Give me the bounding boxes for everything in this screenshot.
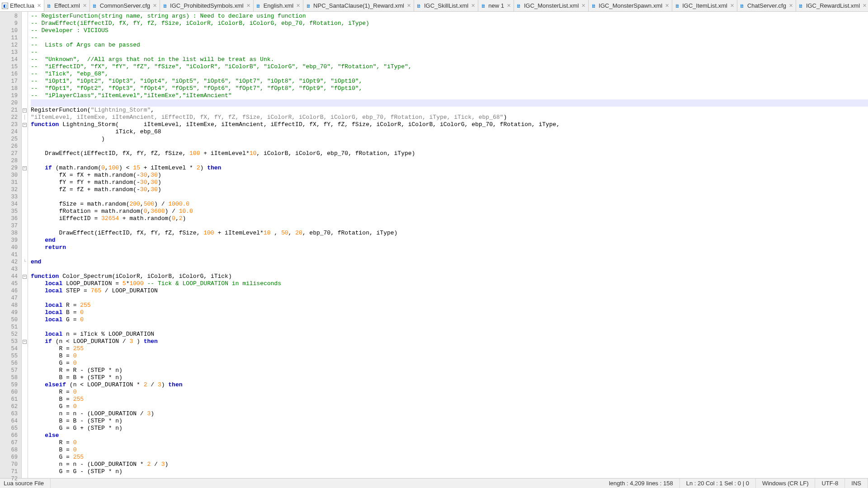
fold-marker[interactable] — [22, 287, 28, 295]
code-line[interactable] — [31, 295, 868, 302]
fold-marker[interactable] — [22, 63, 28, 70]
code-line[interactable]: n = n - (LOOP_DURATION / 3) — [31, 410, 868, 418]
tab[interactable]: 🗎NPC_SantaClause(1)_Reward.xml✕ — [303, 0, 414, 11]
code-line[interactable]: end — [31, 258, 868, 266]
code-line[interactable]: "iItemLevel, iItemExe, iItemAncient, iEf… — [31, 114, 868, 121]
fold-marker[interactable] — [22, 324, 28, 331]
code-line[interactable]: B = 255 — [31, 396, 868, 403]
fold-marker[interactable] — [22, 302, 28, 309]
tab[interactable]: 🗎English.xml✕ — [254, 0, 303, 11]
fold-marker[interactable] — [22, 179, 28, 186]
code-line[interactable]: G = G + (STEP * n) — [31, 425, 868, 432]
code-line[interactable] — [31, 475, 868, 478]
close-icon[interactable]: ✕ — [153, 3, 157, 9]
fold-marker[interactable] — [22, 136, 28, 143]
tab[interactable]: 🗎IGC_SkillList.xml✕ — [414, 0, 478, 11]
code-line[interactable]: R = R - (STEP * n) — [31, 367, 868, 374]
code-line[interactable]: B = B + (STEP * n) — [31, 374, 868, 381]
fold-marker[interactable] — [22, 389, 28, 396]
close-icon[interactable]: ✕ — [296, 3, 300, 9]
fold-marker[interactable] — [22, 266, 28, 273]
fold-marker[interactable] — [22, 454, 28, 461]
code-editor[interactable]: 8910111213141516171819202122232425262728… — [0, 12, 868, 478]
code-line[interactable]: function Lightning_Storm( iItemLevel, iI… — [31, 121, 868, 128]
fold-marker[interactable] — [22, 85, 28, 92]
code-line[interactable]: R = 255 — [31, 345, 868, 352]
fold-marker[interactable] — [22, 34, 28, 42]
code-line[interactable]: local n = iTick % LOOP_DURATION — [31, 331, 868, 338]
code-line[interactable]: DrawEffect(iEffectID, fX, fY, fZ, fSize,… — [31, 230, 868, 237]
code-line[interactable] — [31, 324, 868, 331]
fold-marker[interactable]: └ — [22, 258, 28, 266]
tab[interactable]: 🗎new 1✕ — [478, 0, 514, 11]
fold-marker[interactable] — [22, 157, 28, 164]
fold-marker[interactable]: │ — [22, 114, 28, 121]
fold-marker[interactable] — [22, 280, 28, 287]
code-line[interactable]: fX = fX + math.random(-30,30) — [31, 172, 868, 179]
fold-marker[interactable] — [22, 13, 28, 20]
fold-marker[interactable] — [22, 360, 28, 367]
fold-marker[interactable] — [22, 475, 28, 483]
fold-marker[interactable] — [22, 143, 28, 150]
close-icon[interactable]: ✕ — [863, 3, 867, 9]
fold-marker[interactable] — [22, 78, 28, 85]
code-line[interactable]: -- "iEffectID", "fX", "fY", "fZ", "fSize… — [31, 63, 868, 70]
fold-marker[interactable] — [22, 230, 28, 237]
fold-marker[interactable] — [22, 367, 28, 374]
fold-marker[interactable] — [22, 331, 28, 338]
close-icon[interactable]: ✕ — [83, 3, 87, 9]
code-line[interactable] — [31, 266, 868, 273]
fold-marker[interactable]: − — [22, 121, 28, 128]
fold-marker[interactable] — [22, 439, 28, 446]
code-line[interactable]: local B = 0 — [31, 309, 868, 316]
fold-marker[interactable] — [22, 374, 28, 381]
code-line[interactable]: local STEP = 765 / LOOP_DURATION — [31, 287, 868, 295]
fold-marker[interactable] — [22, 251, 28, 258]
fold-marker[interactable] — [22, 352, 28, 360]
tab[interactable]: 🗎IGC_MonsterList.xml✕ — [514, 0, 589, 11]
code-line[interactable]: iTick, ebp_68 — [31, 128, 868, 136]
code-line[interactable]: G = 0 — [31, 360, 868, 367]
code-line[interactable] — [31, 251, 868, 258]
code-line[interactable]: end — [31, 237, 868, 244]
fold-marker[interactable]: − — [22, 164, 28, 172]
fold-marker[interactable] — [22, 42, 28, 49]
fold-marker[interactable]: − — [22, 338, 28, 345]
code-line[interactable]: elseif (n < LOOP_DURATION * 2 / 3) then — [31, 381, 868, 389]
fold-marker[interactable] — [22, 172, 28, 179]
fold-marker[interactable] — [22, 150, 28, 157]
fold-marker[interactable] — [22, 193, 28, 201]
code-line[interactable]: RegisterFunction("Lightning_Storm", — [31, 107, 868, 114]
close-icon[interactable]: ✕ — [407, 3, 411, 9]
code-line[interactable]: else — [31, 432, 868, 439]
close-icon[interactable]: ✕ — [581, 3, 585, 9]
fold-marker[interactable] — [22, 381, 28, 389]
tab[interactable]: 🗎IGC_ItemList.xml✕ — [672, 0, 737, 11]
code-line[interactable] — [31, 143, 868, 150]
code-line[interactable]: local R = 255 — [31, 302, 868, 309]
code-line[interactable]: local LOOP_DURATION = 5*1000 -- Tick & L… — [31, 280, 868, 287]
code-line[interactable]: -- Developer : VICIOUS — [31, 27, 868, 34]
fold-marker[interactable] — [22, 446, 28, 454]
code-line[interactable]: -- "iOpt1", "iOpt2", "iOpt3", "iOpt4", "… — [31, 78, 868, 85]
code-line[interactable]: ) — [31, 136, 868, 143]
code-line[interactable]: function Color_Spectrum(iColorR, iColorB… — [31, 273, 868, 280]
fold-marker[interactable] — [22, 186, 28, 193]
code-line[interactable]: return — [31, 244, 868, 251]
code-line[interactable]: -- "iPlayerClass","iItemLevel","iItemExe… — [31, 92, 868, 99]
close-icon[interactable]: ✕ — [37, 3, 41, 9]
fold-marker[interactable]: − — [22, 273, 28, 280]
close-icon[interactable]: ✕ — [789, 3, 793, 9]
fold-marker[interactable] — [22, 396, 28, 403]
fold-marker[interactable] — [22, 425, 28, 432]
fold-column[interactable]: −│−−└−− — [22, 12, 28, 478]
close-icon[interactable]: ✕ — [507, 3, 511, 9]
code-line[interactable]: -- "iTick", "ebp_68", — [31, 70, 868, 78]
fold-marker[interactable] — [22, 403, 28, 410]
code-line[interactable] — [31, 157, 868, 164]
close-icon[interactable]: ✕ — [471, 3, 475, 9]
code-line[interactable]: n = n - (LOOP_DURATION * 2 / 3) — [31, 461, 868, 468]
code-line[interactable]: -- — [31, 49, 868, 56]
fold-marker[interactable] — [22, 49, 28, 56]
code-line[interactable]: B = 0 — [31, 352, 868, 360]
